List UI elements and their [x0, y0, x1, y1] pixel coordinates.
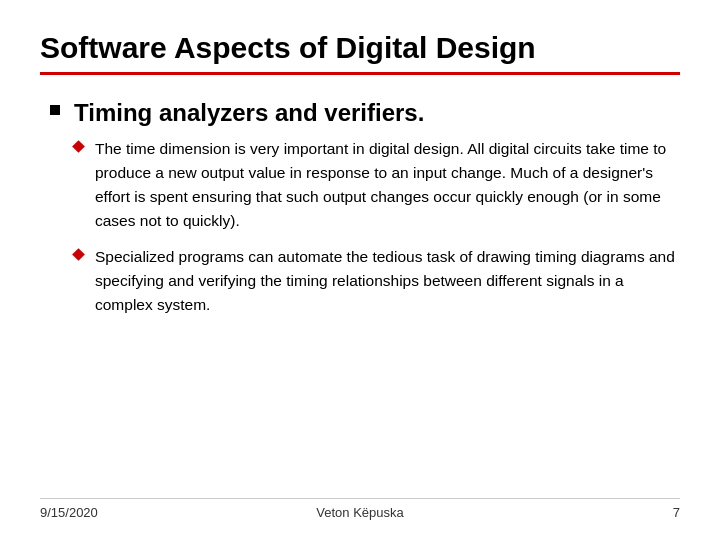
- slide: Software Aspects of Digital Design Timin…: [0, 0, 720, 540]
- diamond-icon-2: [72, 248, 85, 261]
- footer-author: Veton Këpuska: [120, 505, 600, 520]
- main-bullet-item: Timing analyzers and verifiers.: [50, 99, 680, 127]
- slide-footer: 9/15/2020 Veton Këpuska 7: [40, 498, 680, 520]
- footer-date: 9/15/2020: [40, 505, 120, 520]
- title-section: Software Aspects of Digital Design: [40, 30, 680, 75]
- bullet-square-icon: [50, 105, 60, 115]
- sub-bullet-item-1: The time dimension is very important in …: [74, 137, 680, 233]
- main-bullet-text: Timing analyzers and verifiers.: [74, 99, 424, 127]
- sub-bullet-text-2: Specialized programs can automate the te…: [95, 245, 680, 317]
- footer-page-number: 7: [600, 505, 680, 520]
- sub-bullet-text-1: The time dimension is very important in …: [95, 137, 680, 233]
- diamond-icon-1: [72, 140, 85, 153]
- title-underline: [40, 72, 680, 75]
- sub-bullet-item-2: Specialized programs can automate the te…: [74, 245, 680, 317]
- slide-title: Software Aspects of Digital Design: [40, 30, 680, 66]
- content-area: Timing analyzers and verifiers. The time…: [40, 83, 680, 498]
- sub-bullets-container: The time dimension is very important in …: [50, 137, 680, 317]
